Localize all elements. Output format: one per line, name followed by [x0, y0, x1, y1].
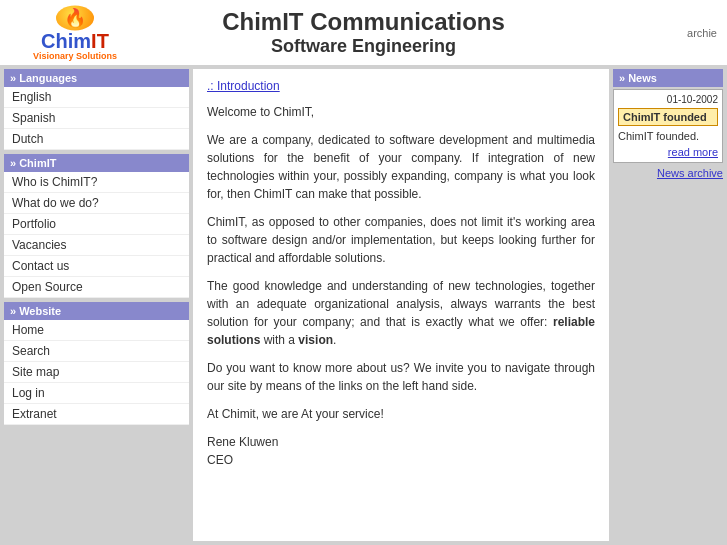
- sidebar-item-home[interactable]: Home: [4, 320, 189, 341]
- news-archive[interactable]: News archive: [613, 167, 723, 179]
- user-info: archie: [687, 27, 717, 39]
- news-title: ChimIT founded: [618, 108, 718, 126]
- news-panel: » News 01-10-2002 ChimIT founded ChimIT …: [613, 69, 723, 541]
- intro-name: Rene Kluwen CEO: [207, 433, 595, 469]
- main-content: .: Introduction Welcome to ChimIT, We ar…: [193, 69, 609, 541]
- sidebar-item-login[interactable]: Log in: [4, 383, 189, 404]
- sidebar-item-who[interactable]: Who is ChimIT?: [4, 172, 189, 193]
- intro-para2: ChimIT, as opposed to other companies, d…: [207, 213, 595, 267]
- sidebar-item-portfolio[interactable]: Portfolio: [4, 214, 189, 235]
- content-section-title[interactable]: .: Introduction: [207, 79, 595, 93]
- sidebar-website-section: » Website Home Search Site map Log in Ex…: [4, 302, 189, 425]
- logo-tagline: Visionary Solutions: [33, 50, 117, 60]
- logo-icon: 🔥: [56, 5, 94, 30]
- bold-vision: vision: [298, 333, 333, 347]
- sidebar-item-sitemap[interactable]: Site map: [4, 362, 189, 383]
- intro-welcome: Welcome to ChimIT,: [207, 103, 595, 121]
- sidebar-chimit-section: » ChimIT Who is ChimIT? What do we do? P…: [4, 154, 189, 298]
- news-box: 01-10-2002 ChimIT founded ChimIT founded…: [613, 89, 723, 163]
- sidebar-item-extranet[interactable]: Extranet: [4, 404, 189, 425]
- sidebar-website-header: » Website: [4, 302, 189, 320]
- sidebar: » Languages English Spanish Dutch » Chim…: [4, 69, 189, 541]
- news-text: ChimIT founded.: [618, 130, 699, 142]
- logo-text: ChimIT: [41, 30, 109, 50]
- sidebar-chimit-header: » ChimIT: [4, 154, 189, 172]
- sidebar-item-whatdowedo[interactable]: What do we do?: [4, 193, 189, 214]
- intro-para4: Do you want to know more about us? We in…: [207, 359, 595, 395]
- intro-para1: We are a company, dedicated to software …: [207, 131, 595, 203]
- sidebar-languages-header: » Languages: [4, 69, 189, 87]
- logo: 🔥 ChimIT Visionary Solutions: [10, 5, 140, 60]
- content-body: Welcome to ChimIT, We are a company, ded…: [207, 103, 595, 469]
- intro-service: At Chimit, we are At your service!: [207, 405, 595, 423]
- sidebar-item-spanish[interactable]: Spanish: [4, 108, 189, 129]
- sidebar-item-vacancies[interactable]: Vacancies: [4, 235, 189, 256]
- news-read-more[interactable]: read more: [618, 146, 718, 158]
- header: 🔥 ChimIT Visionary Solutions ChimIT Comm…: [0, 0, 727, 65]
- bold-reliable: reliable solutions: [207, 315, 595, 347]
- news-header: » News: [613, 69, 723, 87]
- sidebar-item-opensource[interactable]: Open Source: [4, 277, 189, 298]
- sidebar-item-english[interactable]: English: [4, 87, 189, 108]
- sidebar-languages-section: » Languages English Spanish Dutch: [4, 69, 189, 150]
- username: archie: [687, 27, 717, 39]
- sidebar-item-dutch[interactable]: Dutch: [4, 129, 189, 150]
- sidebar-item-contact[interactable]: Contact us: [4, 256, 189, 277]
- intro-para3: The good knowledge and understanding of …: [207, 277, 595, 349]
- sidebar-item-search[interactable]: Search: [4, 341, 189, 362]
- news-date: 01-10-2002: [618, 94, 718, 105]
